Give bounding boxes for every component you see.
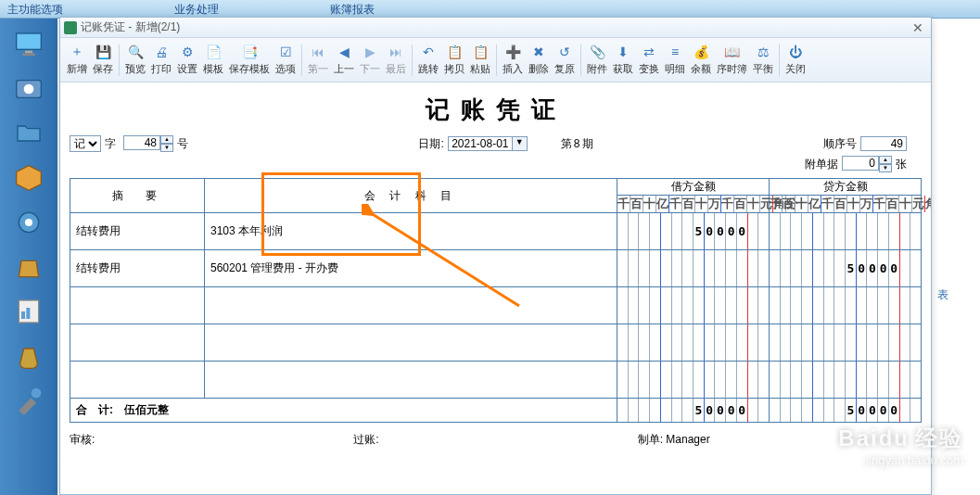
account-cell[interactable]: 560201 管理费用 - 开办费 [205,257,617,280]
credit-cell[interactable] [770,362,922,399]
fetch-icon: ⬇ [615,44,631,60]
sidebar-box-icon[interactable] [12,161,45,195]
total-debit: 50000 [617,399,770,423]
tb-fetch-button[interactable]: ⬇获取 [610,42,636,78]
insert-icon: ➕ [504,44,521,60]
summary-cell[interactable] [70,302,204,310]
date-drop-icon[interactable]: ▼ [513,136,528,151]
tb-close-button[interactable]: ⏻关闭 [783,42,808,78]
balance-icon: 💰 [693,44,709,60]
sidebar-bag-icon[interactable] [12,250,45,284]
table-row[interactable] [70,287,922,324]
tb-tpl-button[interactable]: 📄模板 [200,42,226,78]
maker-field: 制单: Manager [638,432,922,448]
del-icon: ✖ [530,44,547,60]
main-tab[interactable]: 业务处理 [174,2,219,16]
paste-icon: 📋 [472,44,489,60]
tb-seq-button[interactable]: 📖序时簿 [714,42,750,78]
sidebar-money-icon[interactable] [12,72,45,106]
tb-preview-button[interactable]: 🔍预览 [122,42,148,78]
tb-save-button[interactable]: 💾保存 [90,42,116,78]
debit-cell[interactable] [617,324,770,362]
setup-icon: ⚙ [179,44,196,60]
tb-paste-button[interactable]: 📋粘贴 [467,42,493,78]
debit-cell[interactable] [617,362,770,399]
tb-new-button[interactable]: ＋新增 [64,42,90,78]
summary-cell[interactable] [70,339,204,347]
tb-trial-button[interactable]: ⚖平衡 [750,42,776,78]
tb-restore-button[interactable]: ↺复原 [552,42,578,78]
tb-next-button: ▶下一 [357,42,383,78]
tb-option-button[interactable]: ☑选项 [273,42,299,78]
debit-cell[interactable] [617,250,770,287]
credit-cell[interactable] [770,287,922,324]
svg-rect-1 [25,51,32,54]
account-cell[interactable] [205,339,617,347]
titlebar: 记账凭证 - 新增(2/1) ✕ [60,18,931,38]
main-tab[interactable]: 账簿报表 [330,2,375,16]
debit-cell[interactable]: 50000 [617,213,770,250]
trial-icon: ⚖ [755,44,771,60]
tb-detail-button[interactable]: ≡明细 [662,42,688,78]
option-icon: ☑ [277,44,294,60]
table-row[interactable] [70,362,922,399]
seq-input[interactable] [860,136,907,151]
sidebar-moneybag-icon[interactable] [12,339,45,373]
debit-cell[interactable] [617,287,770,324]
voucher-type-select[interactable]: 记 [70,135,101,152]
credit-cell[interactable]: 50000 [770,250,922,287]
tb-print-button[interactable]: 🖨打印 [148,42,174,78]
tb-jump-button[interactable]: ↶跳转 [415,42,441,78]
sidebar-report-icon[interactable] [12,295,45,328]
voucher-dialog: 记账凭证 - 新增(2/1) ✕ ＋新增💾保存🔍预览🖨打印⚙设置📄模板📑保存模板… [59,17,932,495]
account-cell[interactable]: 3103 本年利润 [205,220,617,243]
date-label: 日期: [418,136,443,152]
right-strip: 表 [934,19,980,303]
summary-cell[interactable] [70,376,204,384]
voucher-no-input[interactable]: ▲▼ [123,135,173,152]
summary-cell[interactable]: 结转费用 [70,220,204,243]
tb-balance-button[interactable]: 💰余额 [688,42,714,78]
toolbar: ＋新增💾保存🔍预览🖨打印⚙设置📄模板📑保存模板☑选项⏮第一◀上一▶下一⏭最后↶跳… [60,38,931,82]
col-account-header: 会 计 科 目 [205,179,617,213]
table-row[interactable]: 结转费用560201 管理费用 - 开办费50000 [70,250,922,287]
jump-icon: ↶ [420,44,437,60]
last-icon: ⏭ [388,44,404,60]
next-icon: ▶ [362,44,378,60]
tb-change-button[interactable]: ⇄变换 [636,42,662,78]
tb-copy-button[interactable]: 📋拷贝 [441,42,467,78]
credit-cell[interactable] [770,324,922,362]
credit-digit-header: 千百十亿千百十万千百十元角分 [770,196,922,213]
sidebar-monitor-icon[interactable] [12,28,45,61]
tb-insert-button[interactable]: ➕插入 [500,42,526,78]
restore-icon: ↺ [556,44,573,60]
tb-attach-button[interactable]: 📎附件 [584,42,610,78]
credit-cell[interactable] [770,213,922,250]
sidebar [0,19,57,495]
account-cell[interactable] [205,376,617,384]
sidebar-settings-icon[interactable] [12,206,45,239]
summary-cell[interactable]: 结转费用 [70,257,204,280]
table-row[interactable] [70,324,922,362]
sidebar-tools-icon[interactable] [12,384,45,417]
audit-label: 审核: [70,432,353,448]
att-input[interactable]: ▲▼ [842,156,892,172]
dialog-title: 记账凭证 - 新增(2/1) [81,19,180,35]
tb-del-button[interactable]: ✖删除 [526,42,552,78]
main-tab[interactable]: 主功能选项 [7,2,63,16]
date-input[interactable] [448,136,513,151]
account-cell[interactable] [205,302,617,310]
total-cell: 合 计: 伍佰元整 [70,399,617,423]
tb-prev-button[interactable]: ◀上一 [331,42,357,78]
svg-rect-8 [21,311,25,319]
svg-rect-0 [17,33,42,49]
close-icon[interactable]: ✕ [909,20,927,35]
tb-first-button: ⏮第一 [305,42,331,78]
sidebar-folder-icon[interactable] [12,117,45,150]
svg-point-6 [25,219,32,226]
tb-setup-button[interactable]: ⚙设置 [174,42,200,78]
tb-savetpl-button[interactable]: 📑保存模板 [226,42,273,78]
table-row[interactable]: 结转费用3103 本年利润50000 [70,213,922,250]
seq-label: 顺序号 [823,136,857,152]
debit-digit-header: 千百十亿千百十万千百十元角分 [617,196,770,213]
